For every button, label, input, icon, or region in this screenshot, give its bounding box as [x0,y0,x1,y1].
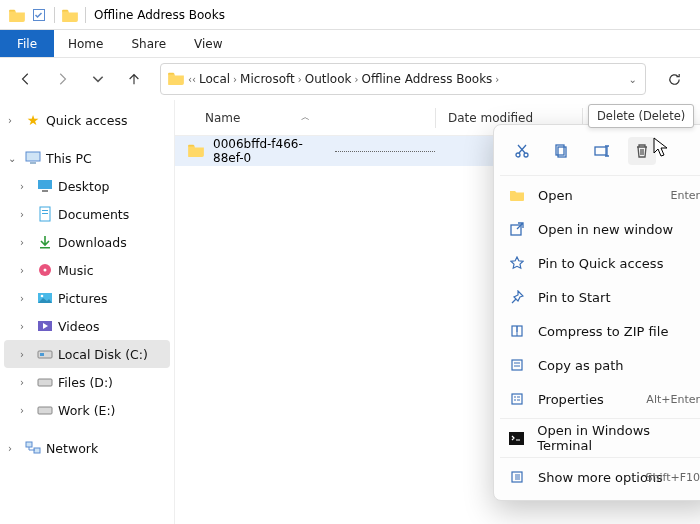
sidebar-item-files-d[interactable]: ›Files (D:) [0,368,174,396]
chevron-right-icon[interactable]: › [20,181,32,192]
sidebar-label: Downloads [58,235,127,250]
breadcrumb-label: Outlook [305,72,352,86]
svg-rect-24 [595,147,606,155]
back-button[interactable] [10,63,42,95]
chevron-right-icon[interactable]: › [8,115,20,126]
delete-button[interactable] [628,137,656,165]
column-name[interactable]: Name︿ [175,111,435,125]
pictures-icon [36,292,54,304]
chevron-right-icon[interactable]: › [20,237,32,248]
sidebar-item-local-disk-c[interactable]: ›Local Disk (C:) [4,340,170,368]
sidebar-item-music[interactable]: ›Music [0,256,174,284]
copy-button[interactable] [548,137,576,165]
sidebar-label: Music [58,263,94,278]
chevron-right-icon[interactable]: › [20,209,32,220]
menu-item-pin-quick-access[interactable]: Pin to Quick access [500,246,700,280]
context-menu: Open Enter Open in new window Pin to Qui… [493,124,700,501]
nav-pane: › ★ Quick access ⌄ This PC ›Desktop ›Doc… [0,100,175,524]
column-label: Name [205,111,240,125]
sidebar-item-quick-access[interactable]: › ★ Quick access [0,106,174,134]
selection-marquee [335,151,435,152]
downloads-icon [36,235,54,249]
menu-item-show-more[interactable]: Show more options Shift+F10 [500,460,700,494]
svg-point-21 [524,153,528,157]
sidebar-item-documents[interactable]: ›Documents [0,200,174,228]
folder-icon [59,8,81,22]
svg-rect-6 [42,210,48,211]
sidebar-item-downloads[interactable]: ›Downloads [0,228,174,256]
menu-label: Compress to ZIP file [538,324,668,339]
chevron-right-icon[interactable]: › [20,265,32,276]
sidebar-label: Files (D:) [58,375,113,390]
terminal-icon [508,432,525,445]
folder-icon [6,8,28,22]
menu-item-windows-terminal[interactable]: Open in Windows Terminal [500,421,700,455]
sidebar-item-pictures[interactable]: ›Pictures [0,284,174,312]
context-action-row [500,131,700,173]
refresh-button[interactable] [658,63,690,95]
title-bar: Offline Address Books [0,0,700,30]
chevron-down-icon[interactable]: ⌄ [8,153,20,164]
svg-rect-2 [30,162,36,164]
sidebar-item-this-pc[interactable]: ⌄ This PC [0,144,174,172]
menu-item-copy-path[interactable]: Copy as path [500,348,700,382]
chevron-right-icon[interactable]: › [8,443,20,454]
open-new-window-icon [508,222,526,236]
separator [54,7,55,23]
tab-share[interactable]: Share [117,30,180,57]
menu-item-properties[interactable]: Properties Alt+Enter [500,382,700,416]
svg-rect-17 [38,407,52,414]
menu-separator [500,418,700,419]
sidebar-label: Network [46,441,98,456]
tab-view[interactable]: View [180,30,236,57]
column-divider[interactable] [435,108,436,128]
menu-item-open[interactable]: Open Enter [500,178,700,212]
svg-rect-7 [42,213,48,214]
tab-home[interactable]: Home [54,30,117,57]
breadcrumb-outlook[interactable]: Outlook› [305,72,359,86]
chevron-icon[interactable]: ‹‹ [188,74,196,85]
sidebar-item-videos[interactable]: ›Videos [0,312,174,340]
nav-bar: ‹‹ Local› Microsoft› Outlook› Offline Ad… [0,58,700,100]
breadcrumb-microsoft[interactable]: Microsoft› [240,72,302,86]
breadcrumb-oab[interactable]: Offline Address Books› [361,72,499,86]
star-outline-icon [508,256,526,270]
chevron-right-icon[interactable]: › [20,405,32,416]
sidebar-label: Pictures [58,291,108,306]
forward-button[interactable] [46,63,78,95]
tab-file[interactable]: File [0,30,54,57]
qat-properties-icon[interactable] [28,8,50,22]
breadcrumb-local[interactable]: Local› [199,72,237,86]
breadcrumb-label: Local [199,72,230,86]
chevron-right-icon[interactable]: › [20,349,32,360]
chevron-right-icon[interactable]: › [20,293,32,304]
column-date[interactable]: Date modified [442,111,582,125]
sidebar-label: Work (E:) [58,403,116,418]
rename-button[interactable] [588,137,616,165]
sidebar-item-desktop[interactable]: ›Desktop [0,172,174,200]
menu-item-compress-zip[interactable]: Compress to ZIP file [500,314,700,348]
sidebar-item-work-e[interactable]: ›Work (E:) [0,396,174,424]
up-button[interactable] [118,63,150,95]
chevron-right-icon[interactable]: › [20,377,32,388]
svg-rect-28 [512,394,522,404]
sidebar-item-network[interactable]: ›Network [0,434,174,462]
recent-dropdown[interactable] [82,63,114,95]
address-bar[interactable]: ‹‹ Local› Microsoft› Outlook› Offline Ad… [160,63,646,95]
menu-label: Open [538,188,573,203]
chevron-down-icon[interactable]: ⌄ [629,74,637,85]
sidebar-label: Desktop [58,179,110,194]
sidebar-label: Local Disk (C:) [58,347,148,362]
file-list: Name︿ Date modified Type 0006bffd-f466-8… [175,100,700,524]
menu-item-pin-start[interactable]: Pin to Start [500,280,700,314]
drive-icon [36,404,54,416]
cut-button[interactable] [508,137,536,165]
pc-icon [24,151,42,165]
menu-label: Open in Windows Terminal [537,423,700,453]
menu-item-open-new-window[interactable]: Open in new window [500,212,700,246]
chevron-right-icon[interactable]: › [20,321,32,332]
chevron-right-icon: › [233,74,237,85]
folder-open-icon [508,188,526,202]
menu-hint: Alt+Enter [646,393,700,406]
main: › ★ Quick access ⌄ This PC ›Desktop ›Doc… [0,100,700,524]
